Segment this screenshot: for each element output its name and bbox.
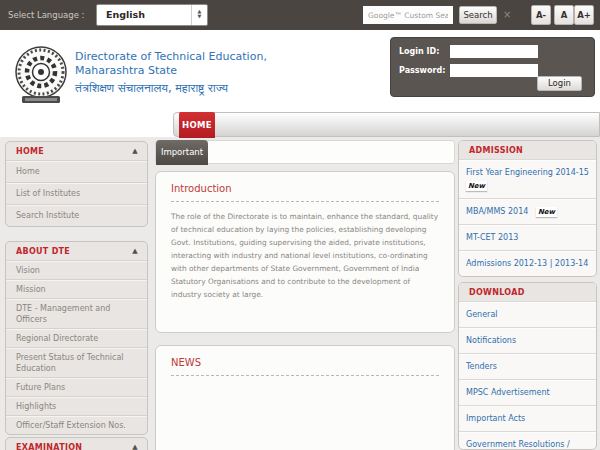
dte-emblem-logo	[14, 43, 68, 107]
site-title-line2: Maharashtra State	[75, 64, 267, 78]
introduction-title: Introduction	[171, 183, 439, 202]
sidebar-section-examination: EXAMINATION ▲	[5, 437, 148, 450]
sidebar-section-admission-title: ADMISSION	[469, 146, 523, 155]
sidebar-item-highlights[interactable]: Highlights	[6, 396, 147, 415]
sidebar-section-home: HOME ▲ Home List of Institutes Search In…	[5, 141, 148, 227]
collapse-arrow-icon[interactable]: ▲	[132, 247, 138, 255]
link-admissions-2012-13[interactable]: Admissions 2012-13 | 2013-14	[459, 250, 596, 276]
sidebar-section-home-title: HOME	[16, 147, 44, 156]
content-tabstrip: Important	[155, 140, 455, 164]
sidebar-item-mission[interactable]: Mission	[6, 279, 147, 298]
new-badge: New	[536, 207, 557, 217]
password-field[interactable]	[450, 64, 538, 77]
sidebar-item-regional-directorate[interactable]: Regional Directorate	[6, 328, 147, 347]
sidebar-section-download-title: DOWNLOAD	[469, 288, 525, 297]
search-input[interactable]	[363, 6, 453, 24]
font-normal-button[interactable]: A	[554, 5, 574, 25]
search-button[interactable]: Search	[459, 6, 497, 24]
link-first-year-engineering[interactable]: First Year Engineering 2014-15 New	[459, 159, 596, 198]
collapse-arrow-icon[interactable]: ▲	[132, 147, 138, 155]
sidebar-item-home[interactable]: Home	[6, 160, 147, 182]
font-decrease-button[interactable]: A-	[531, 5, 551, 25]
sidebar-item-present-status[interactable]: Present Status of Technical Education	[6, 347, 147, 377]
collapse-arrow-icon[interactable]: ▲	[132, 443, 138, 450]
language-selected-value: English	[106, 5, 145, 25]
tab-important[interactable]: Important	[156, 140, 208, 165]
site-title-line1: Directorate of Technical Education,	[75, 50, 267, 64]
login-id-field[interactable]	[450, 45, 538, 58]
link-general[interactable]: General	[459, 301, 596, 327]
news-panel: NEWS	[155, 345, 455, 450]
sidebar-item-future-plans[interactable]: Future Plans	[6, 377, 147, 396]
sidebar-section-examination-header[interactable]: EXAMINATION ▲	[6, 438, 147, 450]
sidebar-item-vision[interactable]: Vision	[6, 260, 147, 279]
language-select[interactable]: English ▲▼	[96, 4, 208, 26]
site-title: Directorate of Technical Education, Maha…	[75, 50, 267, 97]
login-panel: Login ID: Password: Login	[390, 37, 595, 97]
sidebar-section-admission-header[interactable]: ADMISSION	[459, 141, 596, 159]
new-badge: New	[466, 181, 487, 191]
link-important-acts[interactable]: Important Acts	[459, 405, 596, 431]
link-label: MBA/MMS 2014	[466, 207, 528, 216]
sidebar-section-home-header[interactable]: HOME ▲	[6, 142, 147, 160]
sidebar-section-download-header[interactable]: DOWNLOAD	[459, 283, 596, 301]
news-title: NEWS	[171, 357, 439, 376]
sidebar-item-list-of-institutes[interactable]: List of Institutes	[6, 182, 147, 204]
link-tenders[interactable]: Tenders	[459, 353, 596, 379]
page: Select Language : English ▲▼ Search × A-…	[0, 0, 600, 450]
sidebar-section-about-dte-header[interactable]: ABOUT DTE ▲	[6, 242, 147, 260]
sidebar-section-admission: ADMISSION First Year Engineering 2014-15…	[458, 140, 597, 277]
sidebar-section-download: DOWNLOAD General Notifications Tenders M…	[458, 282, 597, 450]
nav-tab-home[interactable]: HOME	[179, 112, 215, 138]
main-navbar: HOME	[173, 112, 600, 137]
close-icon[interactable]: ×	[503, 0, 511, 30]
sidebar-item-officer-staff-extension[interactable]: Officer/Staff Extension Nos.	[6, 415, 147, 434]
sidebar-section-about-dte: ABOUT DTE ▲ Vision Mission DTE - Managem…	[5, 241, 148, 435]
link-label: First Year Engineering 2014-15	[466, 168, 589, 177]
sidebar-item-search-institute[interactable]: Search Institute	[6, 204, 147, 226]
introduction-panel: Introduction The role of the Directorate…	[155, 171, 455, 333]
link-mpsc-advertisement[interactable]: MPSC Advertisement	[459, 379, 596, 405]
link-mt-cet[interactable]: MT-CET 2013	[459, 224, 596, 250]
login-button[interactable]: Login	[537, 76, 582, 91]
password-label: Password:	[399, 64, 445, 78]
language-label: Select Language :	[8, 0, 84, 30]
font-increase-button[interactable]: A+	[574, 5, 594, 25]
link-mba-mms[interactable]: MBA/MMS 2014 New	[459, 198, 596, 224]
login-id-label: Login ID:	[399, 45, 445, 59]
sidebar-section-examination-title: EXAMINATION	[16, 443, 82, 450]
link-government-resolutions[interactable]: Government Resolutions / Orders / Letter…	[459, 431, 596, 450]
select-spinner-icon[interactable]: ▲▼	[191, 5, 207, 25]
sidebar-item-dte-management[interactable]: DTE - Management and Officers	[6, 298, 147, 328]
sidebar-section-about-dte-title: ABOUT DTE	[16, 247, 70, 256]
top-utility-bar: Select Language : English ▲▼ Search × A-…	[0, 0, 600, 30]
link-notifications[interactable]: Notifications	[459, 327, 596, 353]
introduction-text: The role of the Directorate is to mainta…	[171, 210, 439, 301]
site-title-devanagari: तंत्रशिक्षण संचालनालय, महाराष्ट्र राज्य	[75, 80, 267, 97]
